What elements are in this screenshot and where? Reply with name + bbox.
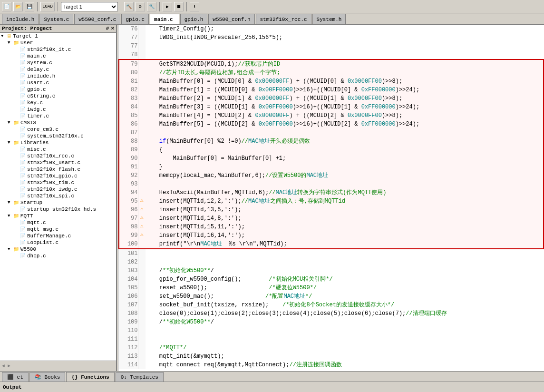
- code-line-content[interactable]: MainBuffer[5] = ((MCUID[2] & 0x00FF0000)…: [146, 120, 544, 128]
- toolbar-btn-download[interactable]: ⬇: [190, 2, 199, 11]
- tree-toggle-13[interactable]: ▼: [8, 120, 12, 125]
- tree-toggle-32[interactable]: ▼: [8, 247, 12, 252]
- tree-item-0[interactable]: ▼🖥Target 1: [0, 33, 116, 39]
- tree-item-10[interactable]: 📄key.c: [0, 99, 116, 106]
- toolbar-btn-rebuild[interactable]: 🔧: [147, 2, 156, 11]
- code-line-content[interactable]: mqtt_init(&mymqtt);: [146, 352, 544, 361]
- tree-toggle-25[interactable]: ▼: [8, 200, 12, 205]
- code-line-content[interactable]: socket_buf_init(txsize, rxsize); /*初始化8个…: [146, 301, 544, 309]
- code-line-content[interactable]: MainBuffer[3] = ((MCUID[1] & 0x00FF0000)…: [146, 103, 544, 111]
- code-scroll[interactable]: 76 Timer2_Config();77 IWDG_Init(IWDG_Pre…: [118, 25, 544, 371]
- toolbar-btn-open[interactable]: 📂: [13, 2, 23, 11]
- code-line-content[interactable]: //芯片ID太长,每隔两位相加,组合成一个字节;: [146, 69, 544, 77]
- tree-item-5[interactable]: 📄delay.c: [0, 66, 116, 73]
- tree-item-26[interactable]: 📄startup_stm32f10x_hd.s: [0, 206, 116, 213]
- tree-item-32[interactable]: ▼📁W5500: [0, 246, 116, 253]
- bottom-tab-0[interactable]: ⬛ ct: [2, 372, 29, 382]
- tab-w5500_conf-c[interactable]: w5500_conf.c: [74, 14, 120, 24]
- tree-item-29[interactable]: 📄mqtt_msg.c: [0, 226, 116, 233]
- code-line-content[interactable]: [146, 335, 544, 343]
- tree-item-8[interactable]: 📄gpio.c: [0, 86, 116, 93]
- toolbar-btn-load[interactable]: LOAD: [40, 2, 55, 11]
- code-line-content[interactable]: [146, 180, 544, 188]
- code-line-content[interactable]: printf("\r\nMAC地址 %s \r\n",MQTTid);: [146, 240, 544, 249]
- toolbar-btn-stop[interactable]: ⏹: [174, 2, 184, 11]
- tree-item-1[interactable]: ▼📁User: [0, 39, 116, 46]
- toolbar-btn-translate[interactable]: 🔨: [124, 2, 134, 11]
- toolbar-btn-new[interactable]: 📄: [2, 2, 11, 11]
- tree-item-18[interactable]: 📄stm32f10x_rcc.c: [0, 153, 116, 159]
- code-line-content[interactable]: close(0);close(1);close(2);close(3);clos…: [146, 309, 544, 318]
- tree-item-25[interactable]: ▼📁Startup: [0, 199, 116, 206]
- toolbar-btn-build[interactable]: ⚙️: [136, 2, 145, 11]
- bottom-tab-3[interactable]: 0↓ Templates: [116, 372, 164, 382]
- tree-item-17[interactable]: 📄misc.c: [0, 146, 116, 153]
- code-line-content[interactable]: IWDG_Init(IWDG_Prescaler_256,156*5);: [146, 33, 544, 42]
- target-selector[interactable]: Target 1: [61, 2, 118, 11]
- code-line-content[interactable]: MainBuffer[0] = MainBuffer[0] +1;: [146, 154, 544, 163]
- toolbar-btn-save[interactable]: 💾: [25, 2, 34, 11]
- tab-main-c[interactable]: main.c: [150, 14, 179, 24]
- code-line-content[interactable]: Timer2_Config();: [146, 25, 544, 33]
- tree-item-30[interactable]: 📄BufferManage.c: [0, 233, 116, 239]
- tree-item-6[interactable]: 📄include.h: [0, 73, 116, 79]
- tree-item-21[interactable]: 📄stm32f10x_gpio.c: [0, 173, 116, 179]
- tab-gpio-c[interactable]: gpio.c: [121, 14, 149, 24]
- tree-item-27[interactable]: ▼📁MQTT: [0, 213, 116, 219]
- code-line-content[interactable]: MainBuffer[1] = ((MCUID[0] & 0x00FF0000)…: [146, 86, 544, 94]
- bottom-tab-1[interactable]: 📚 Books: [29, 372, 66, 382]
- tree-item-3[interactable]: 📄main.c: [0, 53, 116, 59]
- tree-item-19[interactable]: 📄stm32f10x_usart.c: [0, 159, 116, 166]
- code-line-content[interactable]: /*MQTT*/: [146, 343, 544, 352]
- tree-item-24[interactable]: 📄stm32f10x_spi.c: [0, 193, 116, 199]
- tab-System-c[interactable]: System.c: [39, 14, 73, 24]
- tree-item-11[interactable]: 📄iwdg.c: [0, 106, 116, 113]
- tree-item-2[interactable]: 📄stm32f10x_it.c: [0, 46, 116, 53]
- tab-gpio-h[interactable]: gpio.h: [180, 14, 208, 24]
- tree-item-9[interactable]: 📄cString.c: [0, 93, 116, 99]
- code-line-content[interactable]: insert(MQTTid,16,14,':');: [146, 231, 544, 240]
- code-line-content[interactable]: /**初始化W5500**/: [146, 318, 544, 326]
- code-line-content[interactable]: MainBuffer[0] = (MCUID[0] & 0x000000FF) …: [146, 77, 544, 86]
- code-line-content[interactable]: insert(MQTTid,15,11,':');: [146, 223, 544, 231]
- tree-item-23[interactable]: 📄stm32f10x_iwdg.c: [0, 186, 116, 193]
- tree-item-4[interactable]: 📄System.c: [0, 59, 116, 66]
- code-line-content[interactable]: mqtt_connect_req(&mymqtt,MqttConnect);//…: [146, 361, 544, 369]
- code-line-content[interactable]: if(MainBuffer[0] %2 !=0)//MAC地址开头必须是偶数: [146, 137, 544, 146]
- code-line-content[interactable]: reset_w5500(); /*硬复位W5500*/: [146, 284, 544, 292]
- code-line-content[interactable]: insert(MQTTid,12,2,':');//MAC地址之间插入：号,存储…: [146, 197, 544, 206]
- toolbar-btn-debug[interactable]: ▶: [163, 2, 172, 11]
- tab-System-h[interactable]: System.h: [312, 14, 346, 24]
- tree-item-15[interactable]: 📄system_stm32f10x.c: [0, 133, 116, 139]
- code-line-content[interactable]: gpio_for_w5500_config(); /*初始化MCU相关引脚*/: [146, 275, 544, 284]
- tree-item-14[interactable]: 📄core_cm3.c: [0, 126, 116, 133]
- code-line-content[interactable]: [146, 50, 544, 59]
- tree-item-31[interactable]: 📄LoopList.c: [0, 239, 116, 246]
- tab-w5500_conf-h[interactable]: w5500_conf.h: [208, 14, 254, 24]
- sidebar-close-btn[interactable]: ×: [111, 26, 114, 31]
- code-line-content[interactable]: memcpy(local_mac,MainBuffer,6);//设置W5500…: [146, 171, 544, 180]
- code-line-content[interactable]: [146, 326, 544, 335]
- tree-item-16[interactable]: ▼📁Libraries: [0, 139, 116, 146]
- tree-item-7[interactable]: 📄usart.c: [0, 79, 116, 86]
- tree-item-12[interactable]: 📄timer.c: [0, 113, 116, 119]
- code-line-content[interactable]: insert(MQTTid,14,8,':');: [146, 214, 544, 223]
- tree-toggle-0[interactable]: ▼: [1, 34, 6, 39]
- tree-item-20[interactable]: 📄stm32f10x_flash.c: [0, 166, 116, 173]
- tab-stm32f10x_rcc-c[interactable]: stm32f10x_rcc.c: [256, 14, 311, 24]
- code-line-content[interactable]: [146, 42, 544, 50]
- tree-toggle-1[interactable]: ▼: [8, 40, 12, 45]
- code-line-content[interactable]: [146, 258, 544, 266]
- tree-item-28[interactable]: 📄mqtt.c: [0, 219, 116, 226]
- sidebar-pin-btn[interactable]: #: [106, 26, 109, 31]
- tree-item-13[interactable]: ▼📁CMSIS: [0, 119, 116, 126]
- code-line-content[interactable]: insert(MQTTid,13,5,':');: [146, 206, 544, 214]
- code-line-content[interactable]: set_w5500_mac(); /*配置MAC地址*/: [146, 292, 544, 301]
- code-line-content[interactable]: }: [146, 163, 544, 171]
- code-line-content[interactable]: HexToAscii(MainBuffer,MQTTid,6);//MAC地址转…: [146, 188, 544, 197]
- bottom-tab-2[interactable]: {} Functions: [66, 372, 114, 382]
- code-line-content[interactable]: [146, 128, 544, 137]
- tree-item-33[interactable]: 📄dhcp.c: [0, 253, 116, 259]
- tab-include-h[interactable]: include.h: [2, 14, 39, 24]
- code-line-content[interactable]: MainBuffer[2] = (MCUID[1] & 0x000000FF) …: [146, 94, 544, 103]
